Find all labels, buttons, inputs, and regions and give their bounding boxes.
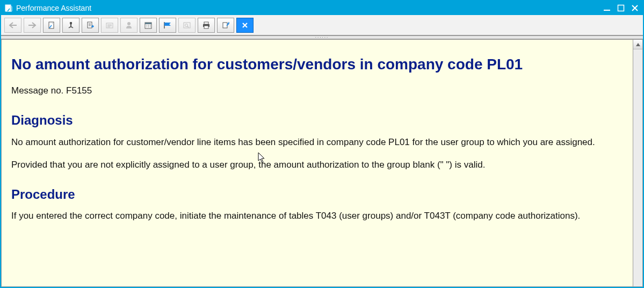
window-title: Performance Assistant [16, 4, 91, 12]
nav-back-button[interactable] [4, 18, 21, 33]
customizing-button[interactable] [101, 18, 118, 33]
procedure-paragraph-1: If you entered the correct company code,… [11, 210, 613, 222]
svg-point-12 [185, 24, 188, 26]
diagnosis-paragraph-1: No amount authorization for customer/ven… [11, 136, 613, 148]
help-document: No amount authorization for customers/ve… [2, 40, 633, 286]
maximize-button[interactable] [616, 3, 626, 13]
document-icon [47, 21, 56, 30]
toolbar-close-button[interactable] [236, 18, 254, 33]
svg-rect-10 [145, 23, 151, 24]
toolbar [1, 15, 643, 35]
flag-button[interactable] [159, 18, 176, 33]
doc-title: No amount authorization for customers/ve… [11, 55, 623, 74]
diagnosis-heading: Diagnosis [11, 112, 623, 128]
message-number: Message no. F5155 [11, 85, 613, 97]
svg-rect-16 [223, 23, 227, 28]
print-icon [202, 21, 211, 30]
svg-rect-13 [204, 22, 208, 24]
doc-page-button[interactable] [43, 18, 60, 33]
tech-info-button[interactable] [62, 18, 79, 33]
calendar-icon [144, 21, 153, 30]
arrow-left-icon [8, 21, 18, 29]
arrow-right-icon [27, 21, 37, 29]
print-button[interactable] [198, 18, 215, 33]
nav-forward-button[interactable] [24, 18, 41, 33]
export-button[interactable] [217, 18, 234, 33]
application-help-button[interactable] [82, 18, 99, 33]
flag-icon [163, 21, 172, 30]
titlebar[interactable]: Performance Assistant [1, 1, 643, 15]
minimize-button[interactable] [602, 3, 612, 13]
app-icon [4, 4, 13, 12]
diagnosis-paragraph-2: Provided that you are not explicitly ass… [11, 159, 613, 171]
svg-rect-1 [604, 10, 610, 11]
performance-assistant-window: Performance Assistant [0, 0, 644, 288]
window-controls [602, 3, 640, 13]
close-button[interactable] [630, 3, 640, 13]
wrench-icon [67, 21, 75, 30]
person-icon [125, 21, 133, 30]
vertical-scrollbar[interactable] [633, 40, 642, 286]
scroll-track[interactable] [633, 49, 642, 286]
page-arrow-icon [86, 21, 95, 30]
searchable-button[interactable] [178, 18, 196, 33]
svg-point-8 [127, 22, 131, 25]
svg-rect-15 [204, 26, 208, 28]
favorites-button[interactable] [140, 18, 157, 33]
content-shell: ······ No amount authorization for custo… [1, 35, 643, 287]
scroll-up-button[interactable] [633, 40, 642, 49]
procedure-heading: Procedure [11, 186, 623, 203]
svg-rect-11 [184, 23, 190, 28]
personal-note-button[interactable] [120, 18, 138, 33]
doc-wrapper: No amount authorization for customers/ve… [1, 39, 643, 287]
search-doc-icon [183, 21, 191, 30]
close-icon [241, 21, 249, 29]
svg-rect-2 [618, 5, 624, 11]
export-icon [221, 21, 230, 30]
customizing-icon [105, 21, 114, 30]
